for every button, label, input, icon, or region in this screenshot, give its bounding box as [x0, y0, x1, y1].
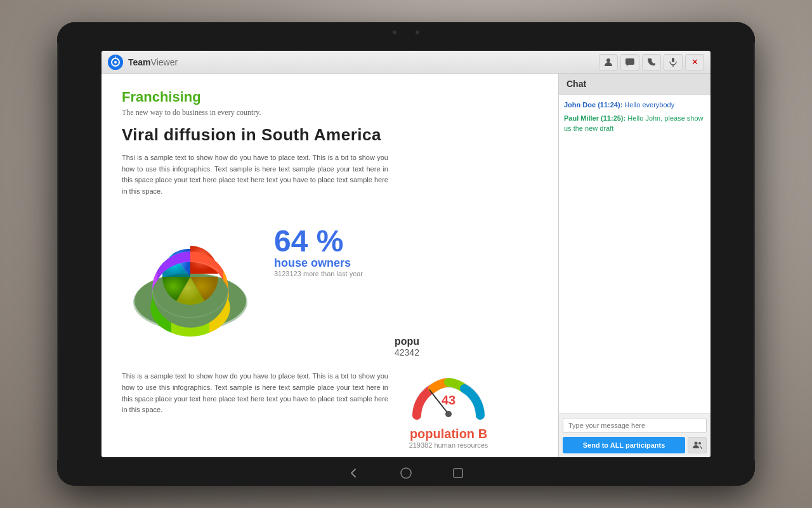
- gauge-number: 43: [442, 393, 455, 408]
- teamviewer-logo: [108, 55, 123, 70]
- chat-message-input[interactable]: [563, 418, 707, 433]
- send-all-button[interactable]: Send to ALL participants: [563, 437, 685, 453]
- nav-home-button[interactable]: [399, 466, 413, 480]
- population-a-block: popu 42342: [395, 336, 419, 358]
- tablet: TeamViewer: [57, 22, 755, 486]
- tablet-bottom-bar: [57, 460, 755, 486]
- chat-message-john: John Doe (11:24): Hello everybody: [564, 100, 705, 110]
- camera-dot-2: [416, 30, 419, 34]
- chat-panel: Chat John Doe (11:24): Hello everybody P…: [558, 74, 710, 457]
- svg-point-15: [698, 442, 701, 444]
- participants-icon-button[interactable]: [688, 437, 707, 453]
- chat-send-row: Send to ALL participants: [563, 437, 707, 453]
- pop-b-label: population B: [410, 427, 487, 441]
- svg-point-4: [606, 58, 610, 62]
- phone-button[interactable]: [642, 54, 661, 70]
- chat-input-area: Send to ALL participants: [559, 413, 710, 457]
- stat-label: house owners: [274, 257, 363, 270]
- svg-point-10: [133, 274, 247, 331]
- svg-rect-7: [672, 58, 674, 62]
- chat-header: Chat: [559, 74, 710, 95]
- nav-back-button[interactable]: [347, 466, 361, 480]
- main-heading: Viral diffusion in South America: [122, 125, 538, 145]
- titlebar-icons: ✕: [599, 54, 704, 70]
- bottom-section: This is a sample text to show how do you…: [122, 371, 538, 449]
- stat-sublabel: 3123123 more than last year: [274, 270, 363, 277]
- pop-b-sub: 219382 human resources: [409, 441, 488, 449]
- app-title: TeamViewer: [128, 57, 178, 67]
- pie-chart: [122, 207, 261, 347]
- stat-percent: 64 %: [274, 226, 363, 257]
- screen: TeamViewer: [102, 51, 710, 457]
- svg-point-2: [114, 61, 117, 64]
- chat-button[interactable]: [620, 54, 639, 70]
- svg-rect-17: [454, 469, 462, 478]
- svg-point-14: [695, 442, 698, 445]
- gauge-wrapper: 43: [407, 371, 490, 422]
- infographic-row: 64 % house owners 3123123 more than last…: [122, 207, 538, 347]
- bottom-text: This is a sample text to show how do you…: [122, 371, 388, 415]
- pop-a-number: 42342: [395, 347, 419, 358]
- svg-point-16: [401, 468, 411, 478]
- tablet-top-bar: [57, 22, 755, 43]
- svg-marker-6: [626, 65, 629, 67]
- svg-rect-5: [625, 58, 634, 65]
- body-text: Thsi is a sample text to show how do you…: [122, 152, 388, 197]
- close-button[interactable]: ✕: [685, 54, 704, 70]
- svg-point-13: [445, 411, 452, 417]
- section-subtitle: The new way to do business in every coun…: [122, 108, 538, 117]
- person-button[interactable]: [599, 54, 618, 70]
- pop-a-label: popu: [395, 336, 419, 347]
- camera-dot: [393, 30, 396, 34]
- presentation: Franchising The new way to do business i…: [102, 74, 558, 457]
- chat-message-paul: Paul Miller (11:25): Hello John, please …: [564, 113, 705, 134]
- mic-button[interactable]: [664, 54, 683, 70]
- chat-messages: John Doe (11:24): Hello everybody Paul M…: [559, 95, 710, 413]
- gauge-section: 43 population B 219382 human resources: [407, 371, 490, 449]
- nav-recent-button[interactable]: [451, 466, 465, 480]
- stat-block: 64 % house owners 3123123 more than last…: [274, 207, 363, 277]
- titlebar: TeamViewer: [102, 51, 710, 74]
- section-title: Franchising: [122, 89, 538, 105]
- content-area: Franchising The new way to do business i…: [102, 74, 710, 457]
